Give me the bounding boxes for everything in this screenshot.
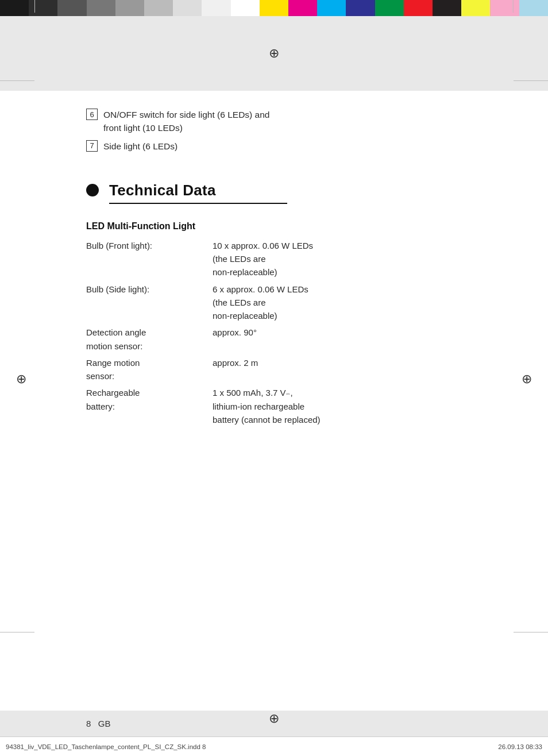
table-row: Range motionsensor: approx. 2 m xyxy=(86,354,447,385)
item-text-6: ON/OFF switch for side light (6 LEDs) an… xyxy=(103,108,269,135)
spec-label-front-bulb: Bulb (Front light): xyxy=(86,237,213,281)
table-row: Bulb (Side light): 6 x approx. 0.06 W LE… xyxy=(86,281,447,325)
table-row: Bulb (Front light): 10 x approx. 0.06 W … xyxy=(86,237,447,281)
tick-top-right xyxy=(513,0,514,13)
spec-value-range: approx. 2 m xyxy=(213,354,447,385)
bottom-bar: 94381_liv_VDE_LED_Taschenlampe_content_P… xyxy=(0,736,548,756)
spec-value-side-bulb: 6 x approx. 0.06 W LEDs (the LEDs are no… xyxy=(213,281,447,325)
section-title: Technical Data xyxy=(109,182,216,199)
list-item-7: 7 Side light (6 LEDs) xyxy=(86,140,447,153)
spec-value-front-bulb: 10 x approx. 0.06 W LEDs (the LEDs are n… xyxy=(213,237,447,281)
spec-value-detection: approx. 90° xyxy=(213,324,447,354)
bottom-bar-left: 94381_liv_VDE_LED_Taschenlampe_content_P… xyxy=(6,743,206,750)
main-content: 6 ON/OFF switch for side light (6 LEDs) … xyxy=(0,91,548,451)
spec-label-side-bulb: Bulb (Side light): xyxy=(86,281,213,325)
section-heading: Technical Data xyxy=(86,182,447,199)
rule-top-left xyxy=(0,80,34,81)
bottom-bar-right: 26.09.13 08:33 xyxy=(498,743,542,750)
heading-bullet xyxy=(86,184,99,196)
item-number-7: 7 xyxy=(86,140,98,152)
heading-underline xyxy=(109,203,287,204)
rule-bottom-left xyxy=(0,632,34,632)
item-number-6: 6 xyxy=(86,109,98,120)
reg-mark-bottom: ⊕ xyxy=(269,711,279,726)
color-bar xyxy=(0,0,548,16)
spec-label-detection: Detection anglemotion sensor: xyxy=(86,324,213,354)
rule-bottom-right xyxy=(514,632,548,632)
item-text-7: Side light (6 LEDs) xyxy=(103,140,177,153)
table-row: Rechargeablebattery: 1 x 500 mAh, 3.7 V⎓… xyxy=(86,384,447,428)
subsection-heading: LED Multi-Function Light xyxy=(86,221,447,232)
rule-top-right xyxy=(514,80,548,81)
spec-value-battery: 1 x 500 mAh, 3.7 V⎓, lithium-ion recharg… xyxy=(213,384,447,428)
list-item-6: 6 ON/OFF switch for side light (6 LEDs) … xyxy=(86,108,447,135)
numbered-items-section: 6 ON/OFF switch for side light (6 LEDs) … xyxy=(86,108,447,153)
reg-mark-top: ⊕ xyxy=(269,46,279,61)
spec-label-range: Range motionsensor: xyxy=(86,354,213,385)
top-section: ⊕ xyxy=(0,16,548,91)
table-row: Detection anglemotion sensor: approx. 90… xyxy=(86,324,447,354)
spec-label-battery: Rechargeablebattery: xyxy=(86,384,213,428)
page-number: 8 GB xyxy=(86,719,111,728)
tick-top-left xyxy=(34,0,35,13)
spec-table: Bulb (Front light): 10 x approx. 0.06 W … xyxy=(86,237,447,428)
